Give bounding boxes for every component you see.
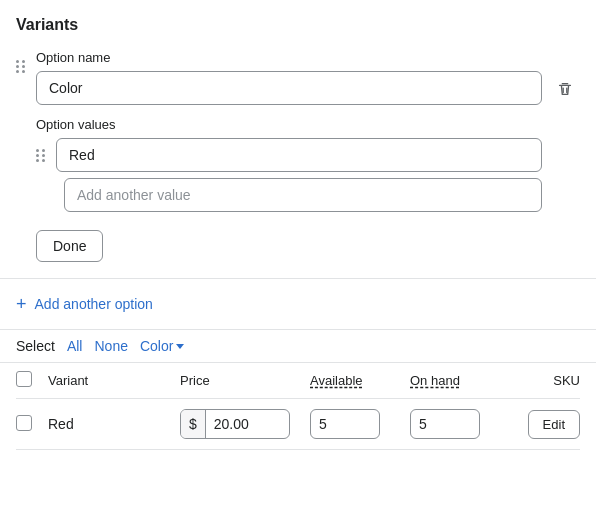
page-title: Variants: [16, 16, 580, 34]
drag-handle-value[interactable]: [36, 149, 48, 162]
price-prefix: $: [181, 410, 206, 438]
select-all-checkbox[interactable]: [16, 371, 32, 387]
th-onhand: On hand: [410, 373, 500, 388]
th-price: Price: [180, 373, 310, 388]
th-available: Available: [310, 373, 410, 388]
price-input[interactable]: [206, 410, 276, 438]
delete-option-button[interactable]: [550, 72, 580, 109]
drag-handle-option[interactable]: [16, 50, 28, 73]
table-header: Variant Price Available On hand SKU: [16, 363, 580, 399]
edit-button[interactable]: Edit: [528, 410, 580, 439]
add-option-label: Add another option: [35, 296, 153, 312]
price-input-wrap: $: [180, 409, 290, 439]
select-label: Select: [16, 338, 55, 354]
color-filter-label: Color: [140, 338, 173, 354]
available-input[interactable]: [310, 409, 380, 439]
chevron-down-icon: [176, 344, 184, 349]
add-option-row[interactable]: + Add another option: [0, 295, 596, 329]
section-divider: [0, 278, 596, 279]
table-row: Red $ Edit: [16, 399, 580, 450]
th-sku: SKU: [500, 373, 580, 388]
row-checkbox[interactable]: [16, 415, 32, 431]
done-button[interactable]: Done: [36, 230, 103, 262]
option-name-label: Option name: [36, 50, 542, 65]
plus-icon: +: [16, 295, 27, 313]
th-variant: Variant: [48, 373, 180, 388]
add-value-input[interactable]: [64, 178, 542, 212]
option-value-input[interactable]: [56, 138, 542, 172]
none-filter[interactable]: None: [94, 338, 127, 354]
trash-icon: [556, 80, 574, 98]
option-values-label: Option values: [36, 117, 542, 132]
color-filter[interactable]: Color: [140, 338, 184, 354]
all-filter[interactable]: All: [67, 338, 83, 354]
onhand-input[interactable]: [410, 409, 480, 439]
select-bar: Select All None Color: [0, 329, 596, 363]
variant-name: Red: [48, 416, 180, 432]
option-name-input[interactable]: [36, 71, 542, 105]
